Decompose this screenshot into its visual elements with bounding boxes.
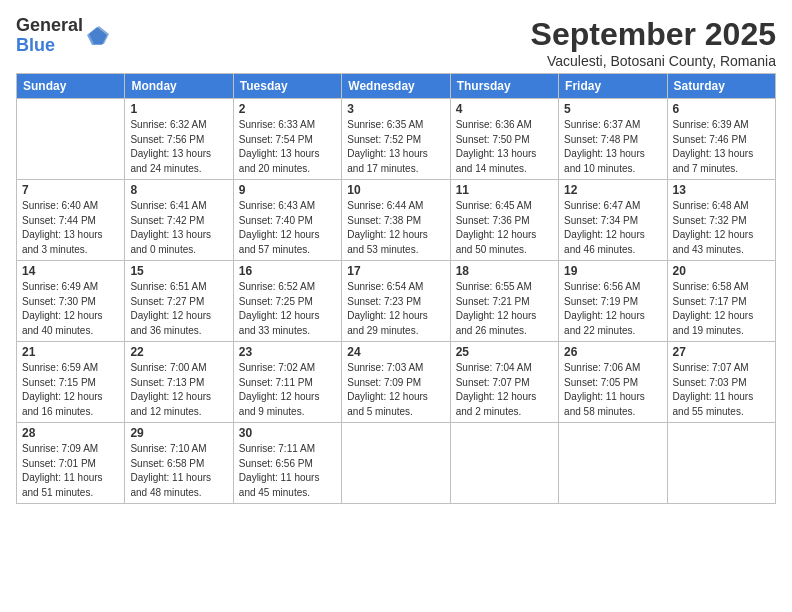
day-number: 25	[456, 345, 553, 359]
day-info: Sunrise: 6:47 AM Sunset: 7:34 PM Dayligh…	[564, 199, 661, 257]
calendar-cell: 25Sunrise: 7:04 AM Sunset: 7:07 PM Dayli…	[450, 342, 558, 423]
calendar-cell: 18Sunrise: 6:55 AM Sunset: 7:21 PM Dayli…	[450, 261, 558, 342]
calendar-week-row: 14Sunrise: 6:49 AM Sunset: 7:30 PM Dayli…	[17, 261, 776, 342]
calendar-cell: 19Sunrise: 6:56 AM Sunset: 7:19 PM Dayli…	[559, 261, 667, 342]
day-info: Sunrise: 6:40 AM Sunset: 7:44 PM Dayligh…	[22, 199, 119, 257]
day-number: 3	[347, 102, 444, 116]
logo-icon	[87, 25, 109, 47]
month-title: September 2025	[531, 16, 776, 53]
day-info: Sunrise: 6:51 AM Sunset: 7:27 PM Dayligh…	[130, 280, 227, 338]
day-info: Sunrise: 7:09 AM Sunset: 7:01 PM Dayligh…	[22, 442, 119, 500]
day-number: 12	[564, 183, 661, 197]
day-number: 28	[22, 426, 119, 440]
day-info: Sunrise: 6:59 AM Sunset: 7:15 PM Dayligh…	[22, 361, 119, 419]
calendar-cell: 30Sunrise: 7:11 AM Sunset: 6:56 PM Dayli…	[233, 423, 341, 504]
calendar-cell: 16Sunrise: 6:52 AM Sunset: 7:25 PM Dayli…	[233, 261, 341, 342]
location-subtitle: Vaculesti, Botosani County, Romania	[531, 53, 776, 69]
calendar-cell: 23Sunrise: 7:02 AM Sunset: 7:11 PM Dayli…	[233, 342, 341, 423]
calendar-cell	[559, 423, 667, 504]
day-number: 15	[130, 264, 227, 278]
calendar-cell: 21Sunrise: 6:59 AM Sunset: 7:15 PM Dayli…	[17, 342, 125, 423]
header-tuesday: Tuesday	[233, 74, 341, 99]
calendar-cell: 12Sunrise: 6:47 AM Sunset: 7:34 PM Dayli…	[559, 180, 667, 261]
logo: General Blue	[16, 16, 109, 56]
header-saturday: Saturday	[667, 74, 775, 99]
day-info: Sunrise: 7:04 AM Sunset: 7:07 PM Dayligh…	[456, 361, 553, 419]
logo-text-block: General Blue	[16, 16, 83, 56]
logo-general: General	[16, 16, 83, 36]
day-info: Sunrise: 6:43 AM Sunset: 7:40 PM Dayligh…	[239, 199, 336, 257]
calendar-cell	[667, 423, 775, 504]
day-number: 24	[347, 345, 444, 359]
calendar-cell: 2Sunrise: 6:33 AM Sunset: 7:54 PM Daylig…	[233, 99, 341, 180]
calendar-cell: 22Sunrise: 7:00 AM Sunset: 7:13 PM Dayli…	[125, 342, 233, 423]
day-number: 23	[239, 345, 336, 359]
day-info: Sunrise: 6:41 AM Sunset: 7:42 PM Dayligh…	[130, 199, 227, 257]
calendar-week-row: 1Sunrise: 6:32 AM Sunset: 7:56 PM Daylig…	[17, 99, 776, 180]
day-number: 26	[564, 345, 661, 359]
calendar-cell: 11Sunrise: 6:45 AM Sunset: 7:36 PM Dayli…	[450, 180, 558, 261]
day-info: Sunrise: 7:10 AM Sunset: 6:58 PM Dayligh…	[130, 442, 227, 500]
calendar-cell: 3Sunrise: 6:35 AM Sunset: 7:52 PM Daylig…	[342, 99, 450, 180]
day-info: Sunrise: 6:36 AM Sunset: 7:50 PM Dayligh…	[456, 118, 553, 176]
calendar-cell: 13Sunrise: 6:48 AM Sunset: 7:32 PM Dayli…	[667, 180, 775, 261]
calendar-cell: 29Sunrise: 7:10 AM Sunset: 6:58 PM Dayli…	[125, 423, 233, 504]
day-number: 17	[347, 264, 444, 278]
calendar-cell: 20Sunrise: 6:58 AM Sunset: 7:17 PM Dayli…	[667, 261, 775, 342]
calendar-cell	[17, 99, 125, 180]
day-number: 18	[456, 264, 553, 278]
calendar-cell: 6Sunrise: 6:39 AM Sunset: 7:46 PM Daylig…	[667, 99, 775, 180]
day-number: 13	[673, 183, 770, 197]
day-info: Sunrise: 6:35 AM Sunset: 7:52 PM Dayligh…	[347, 118, 444, 176]
logo-blue: Blue	[16, 36, 83, 56]
day-number: 20	[673, 264, 770, 278]
header-sunday: Sunday	[17, 74, 125, 99]
day-info: Sunrise: 7:00 AM Sunset: 7:13 PM Dayligh…	[130, 361, 227, 419]
header-monday: Monday	[125, 74, 233, 99]
calendar-header-row: SundayMondayTuesdayWednesdayThursdayFrid…	[17, 74, 776, 99]
day-info: Sunrise: 6:45 AM Sunset: 7:36 PM Dayligh…	[456, 199, 553, 257]
day-number: 2	[239, 102, 336, 116]
day-info: Sunrise: 7:07 AM Sunset: 7:03 PM Dayligh…	[673, 361, 770, 419]
day-info: Sunrise: 6:49 AM Sunset: 7:30 PM Dayligh…	[22, 280, 119, 338]
header-thursday: Thursday	[450, 74, 558, 99]
calendar-cell: 24Sunrise: 7:03 AM Sunset: 7:09 PM Dayli…	[342, 342, 450, 423]
day-info: Sunrise: 6:33 AM Sunset: 7:54 PM Dayligh…	[239, 118, 336, 176]
day-number: 1	[130, 102, 227, 116]
calendar-cell: 4Sunrise: 6:36 AM Sunset: 7:50 PM Daylig…	[450, 99, 558, 180]
page-header: General Blue September 2025 Vaculesti, B…	[16, 16, 776, 69]
day-number: 6	[673, 102, 770, 116]
day-number: 19	[564, 264, 661, 278]
calendar-week-row: 7Sunrise: 6:40 AM Sunset: 7:44 PM Daylig…	[17, 180, 776, 261]
header-wednesday: Wednesday	[342, 74, 450, 99]
calendar-week-row: 28Sunrise: 7:09 AM Sunset: 7:01 PM Dayli…	[17, 423, 776, 504]
calendar-cell: 9Sunrise: 6:43 AM Sunset: 7:40 PM Daylig…	[233, 180, 341, 261]
calendar-cell: 7Sunrise: 6:40 AM Sunset: 7:44 PM Daylig…	[17, 180, 125, 261]
day-number: 10	[347, 183, 444, 197]
day-info: Sunrise: 6:54 AM Sunset: 7:23 PM Dayligh…	[347, 280, 444, 338]
day-info: Sunrise: 6:48 AM Sunset: 7:32 PM Dayligh…	[673, 199, 770, 257]
day-number: 21	[22, 345, 119, 359]
calendar-cell: 27Sunrise: 7:07 AM Sunset: 7:03 PM Dayli…	[667, 342, 775, 423]
day-number: 30	[239, 426, 336, 440]
day-info: Sunrise: 7:11 AM Sunset: 6:56 PM Dayligh…	[239, 442, 336, 500]
day-number: 14	[22, 264, 119, 278]
day-number: 16	[239, 264, 336, 278]
day-info: Sunrise: 7:03 AM Sunset: 7:09 PM Dayligh…	[347, 361, 444, 419]
day-info: Sunrise: 6:55 AM Sunset: 7:21 PM Dayligh…	[456, 280, 553, 338]
day-info: Sunrise: 7:06 AM Sunset: 7:05 PM Dayligh…	[564, 361, 661, 419]
day-number: 8	[130, 183, 227, 197]
day-number: 4	[456, 102, 553, 116]
day-info: Sunrise: 6:58 AM Sunset: 7:17 PM Dayligh…	[673, 280, 770, 338]
day-info: Sunrise: 6:39 AM Sunset: 7:46 PM Dayligh…	[673, 118, 770, 176]
day-info: Sunrise: 6:52 AM Sunset: 7:25 PM Dayligh…	[239, 280, 336, 338]
day-info: Sunrise: 6:44 AM Sunset: 7:38 PM Dayligh…	[347, 199, 444, 257]
calendar-cell: 15Sunrise: 6:51 AM Sunset: 7:27 PM Dayli…	[125, 261, 233, 342]
day-number: 7	[22, 183, 119, 197]
title-block: September 2025 Vaculesti, Botosani Count…	[531, 16, 776, 69]
calendar-cell: 28Sunrise: 7:09 AM Sunset: 7:01 PM Dayli…	[17, 423, 125, 504]
day-info: Sunrise: 7:02 AM Sunset: 7:11 PM Dayligh…	[239, 361, 336, 419]
calendar-cell: 1Sunrise: 6:32 AM Sunset: 7:56 PM Daylig…	[125, 99, 233, 180]
calendar-cell: 14Sunrise: 6:49 AM Sunset: 7:30 PM Dayli…	[17, 261, 125, 342]
day-number: 11	[456, 183, 553, 197]
